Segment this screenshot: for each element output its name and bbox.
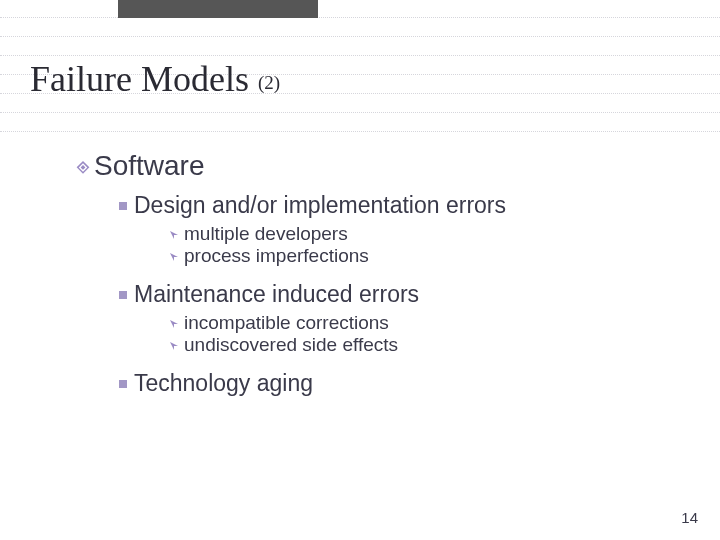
list-item: incompatible corrections <box>164 312 672 334</box>
list-item: Technology aging <box>112 370 672 397</box>
slide-title: Failure Models (2) <box>30 58 280 100</box>
lvl3-text: incompatible corrections <box>184 312 389 334</box>
list-item: Maintenance induced errors <box>112 281 672 308</box>
list-item: Software <box>72 150 672 182</box>
diamond-icon <box>72 161 94 175</box>
lvl2-text: Technology aging <box>134 370 313 397</box>
lvl1-text: Software <box>94 150 205 182</box>
lvl3-text: multiple developers <box>184 223 348 245</box>
square-icon <box>112 294 134 302</box>
slide-body: Software Design and/or implementation er… <box>72 150 672 401</box>
pointer-icon <box>164 341 184 351</box>
page-number: 14 <box>681 509 698 526</box>
lvl3-text: undiscovered side effects <box>184 334 398 356</box>
list-item: process imperfections <box>164 245 672 267</box>
title-sub: (2) <box>258 72 280 93</box>
list-item: Design and/or implementation errors <box>112 192 672 219</box>
title-main: Failure Models <box>30 59 258 99</box>
pointer-icon <box>164 252 184 262</box>
pointer-icon <box>164 319 184 329</box>
lvl3-text: process imperfections <box>184 245 369 267</box>
list-item: multiple developers <box>164 223 672 245</box>
square-icon <box>112 205 134 213</box>
square-icon <box>112 383 134 391</box>
lvl2-text: Maintenance induced errors <box>134 281 419 308</box>
list-item: undiscovered side effects <box>164 334 672 356</box>
pointer-icon <box>164 230 184 240</box>
lvl2-text: Design and/or implementation errors <box>134 192 506 219</box>
top-shadow-decoration <box>118 0 318 18</box>
